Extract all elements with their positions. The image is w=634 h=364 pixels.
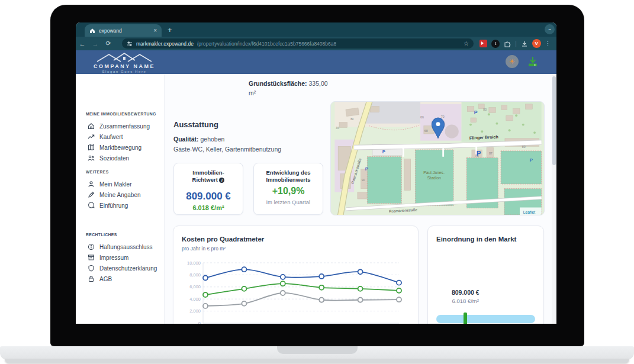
scrollbar-thumb[interactable] bbox=[552, 76, 556, 165]
sidebar-item-label: Mein Makler bbox=[99, 181, 131, 188]
sidebar-item-label: Soziodaten bbox=[99, 155, 129, 162]
extensions-puzzle-icon[interactable] bbox=[504, 40, 511, 47]
back-icon[interactable]: ← bbox=[76, 40, 89, 47]
data-point bbox=[397, 297, 401, 302]
laptop-base-lip bbox=[5, 359, 629, 363]
sidebar: MEINE IMMOBILIENBEWERTUNG Zusammenfassun… bbox=[76, 74, 165, 324]
company-logo[interactable]: COMPANY NAME Slogan Goes Here bbox=[89, 52, 160, 73]
house-number: 68 bbox=[424, 129, 428, 133]
pen-icon bbox=[88, 191, 95, 198]
data-point bbox=[281, 291, 285, 295]
browser-toolbar: ← → ⟳ markmakler.expowand.de/propertyval… bbox=[76, 37, 556, 50]
data-point bbox=[242, 301, 246, 306]
chart-subtitle: pro Jahr in € pro m² bbox=[182, 246, 226, 252]
url-bar[interactable]: markmakler.expowand.de/propertyvaluation… bbox=[122, 38, 474, 49]
y-tick-label: 2,000 bbox=[189, 308, 201, 314]
sidebar-item-agb[interactable]: AGB bbox=[88, 275, 112, 282]
y-tick-label: 0 bbox=[198, 321, 201, 324]
house-number: 90 bbox=[362, 178, 365, 182]
sidebar-item-impressum[interactable]: Impressum bbox=[88, 254, 128, 261]
company-name: COMPANY NAME bbox=[89, 63, 160, 69]
site-header: COMPANY NAME Slogan Goes Here ☀ bbox=[76, 50, 556, 74]
downloads-icon[interactable] bbox=[521, 40, 528, 47]
map-attribution[interactable]: Leaflet bbox=[523, 210, 535, 214]
poi-label-line2: Stadion bbox=[427, 176, 441, 180]
house-number: 34 bbox=[336, 126, 339, 130]
parking-icon: P bbox=[382, 149, 385, 154]
sidebar-section-label: RECHTLICHES bbox=[86, 233, 117, 237]
people-icon bbox=[88, 154, 95, 162]
richtwert-per-sqm: 6.018 €/m² bbox=[174, 204, 243, 211]
info-icon[interactable]: i bbox=[219, 178, 224, 183]
data-point bbox=[358, 286, 363, 291]
laptop-screen: expowand × + ⌄ ← → ⟳ m bbox=[50, 5, 584, 346]
market-range-slider bbox=[436, 315, 535, 323]
laptop-base-notch bbox=[277, 346, 358, 354]
browser-menu-icon[interactable]: ⋮ bbox=[545, 40, 551, 47]
house-number: 70 bbox=[441, 115, 445, 118]
sidebar-item-label: Haftungsausschluss bbox=[99, 244, 153, 250]
map-canvas: 34396668708085878990PPPPP Flinger Broich… bbox=[331, 102, 545, 215]
richtwert-title-line1: Immobilien- bbox=[174, 169, 243, 176]
poi-label-line1: Paul-Janes- bbox=[423, 170, 445, 175]
sidebar-item-datenschutz[interactable]: Datenschutzerklärung bbox=[88, 265, 157, 272]
pdf-extension-icon[interactable] bbox=[479, 40, 487, 47]
tab-close-icon[interactable]: × bbox=[153, 27, 157, 34]
richtwert-title-line2: Richtwert i bbox=[174, 176, 243, 183]
development-title-line1: Entwicklung des bbox=[254, 169, 323, 176]
house-number: 39 bbox=[350, 117, 353, 121]
reload-icon[interactable]: ⟳ bbox=[102, 40, 115, 47]
forward-icon[interactable]: → bbox=[89, 40, 102, 47]
data-point bbox=[358, 269, 363, 274]
richtwert-card: Immobilien- Richtwert i 809.000 € 6.018 … bbox=[173, 163, 243, 215]
info-icon bbox=[88, 243, 95, 250]
extension-badge-icon[interactable]: t bbox=[491, 40, 500, 48]
richtwert-value: 809.000 € bbox=[174, 191, 243, 202]
data-point bbox=[319, 285, 324, 290]
sidebar-item-einfuehrung[interactable]: Einführung bbox=[88, 202, 128, 209]
series-line-minimum bbox=[205, 293, 399, 306]
y-tick-label: 6,000 bbox=[189, 284, 201, 289]
quality-text: Qualität: gehoben bbox=[173, 136, 224, 143]
report-download-icon[interactable] bbox=[527, 56, 539, 67]
home-icon bbox=[88, 123, 95, 130]
house-number: 66 bbox=[420, 115, 424, 119]
sidebar-item-label: Einführung bbox=[99, 202, 128, 209]
data-point bbox=[319, 298, 324, 302]
theme-toggle-sun-icon[interactable]: ☀ bbox=[506, 55, 519, 68]
sidebar-item-kaufwert[interactable]: Kaufwert bbox=[88, 133, 123, 140]
browser-profile-avatar[interactable]: V bbox=[532, 39, 541, 48]
company-slogan: Slogan Goes Here bbox=[89, 70, 160, 73]
richtwert-title-text: Richtwert bbox=[192, 176, 218, 183]
sidebar-item-meine-angaben[interactable]: Meine Angaben bbox=[88, 191, 141, 198]
sidebar-section-label: MEINE IMMOBILIENBEWERTUNG bbox=[86, 112, 156, 116]
development-card: Entwicklung des Immobilienwerts +10,9% i… bbox=[253, 163, 323, 215]
person-icon bbox=[88, 181, 95, 188]
sidebar-item-label: Impressum bbox=[99, 255, 128, 261]
lock-icon bbox=[88, 275, 95, 282]
sidebar-item-zusammenfassung[interactable]: Zusammenfassung bbox=[88, 123, 150, 130]
data-point bbox=[242, 267, 246, 272]
equipment-title: Ausstattung bbox=[173, 120, 218, 129]
site-info-icon[interactable] bbox=[127, 41, 133, 47]
chart-title: Kosten pro Quadratmeter bbox=[182, 236, 264, 243]
sidebar-item-marktbewegung[interactable]: Marktbewegung bbox=[88, 144, 141, 151]
page-scrollbar[interactable] bbox=[552, 74, 556, 324]
tab-search-button[interactable]: ⌄ bbox=[545, 24, 555, 34]
development-title-line2: Immobilienwerts bbox=[254, 176, 323, 183]
sidebar-item-haftungsausschluss[interactable]: Haftungsausschluss bbox=[88, 243, 153, 250]
url-host: markmakler.expowand.de bbox=[136, 41, 194, 47]
sidebar-item-mein-makler[interactable]: Mein Makler bbox=[88, 181, 131, 188]
y-tick-label: 8,000 bbox=[189, 272, 201, 278]
sidebar-item-soziodaten[interactable]: Soziodaten bbox=[88, 154, 129, 162]
sidebar-item-label: Datenschutzerklärung bbox=[99, 265, 157, 272]
data-point bbox=[281, 275, 285, 279]
data-point bbox=[281, 281, 285, 286]
parking-icon: P bbox=[477, 150, 481, 157]
location-map[interactable]: 34396668708085878990PPPPP Flinger Broich… bbox=[330, 101, 545, 215]
bookmark-star-icon[interactable]: ☆ bbox=[464, 40, 469, 47]
y-tick-label: 10,000 bbox=[187, 260, 201, 266]
browser-tab[interactable]: expowand × bbox=[85, 24, 162, 37]
new-tab-button[interactable]: + bbox=[168, 25, 172, 34]
land-area-text: Grundstücksfläche: 335,00 m² bbox=[249, 79, 330, 98]
